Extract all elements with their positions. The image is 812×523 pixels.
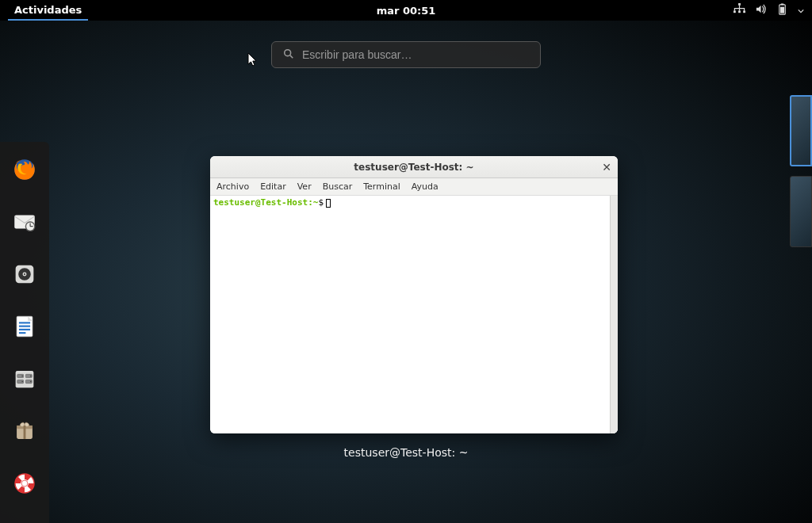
chevron-down-icon[interactable] bbox=[798, 5, 804, 17]
prompt-symbol: $ bbox=[318, 197, 324, 208]
battery-icon[interactable] bbox=[776, 3, 788, 17]
svg-point-18 bbox=[24, 273, 25, 275]
menu-bar: Archivo Editar Ver Buscar Terminal Ayuda bbox=[210, 178, 618, 196]
svg-point-7 bbox=[285, 49, 291, 55]
window-caption: testuser@Test-Host: ~ bbox=[344, 446, 469, 459]
mouse-cursor bbox=[247, 52, 259, 71]
terminal-window[interactable]: testuser@Test-Host: ~ ✕ Archivo Editar V… bbox=[210, 156, 618, 433]
terminal-body[interactable]: testuser@Test-Host:~$ bbox=[210, 196, 618, 433]
menu-archivo[interactable]: Archivo bbox=[216, 181, 249, 192]
prompt-user: testuser@Test-Host bbox=[213, 197, 308, 208]
workspace-thumb-1[interactable] bbox=[790, 95, 812, 166]
volume-icon[interactable] bbox=[755, 3, 767, 17]
dock-software[interactable] bbox=[8, 414, 41, 448]
svg-rect-0 bbox=[738, 3, 741, 6]
dock bbox=[0, 142, 49, 523]
workspace-thumb-2[interactable] bbox=[790, 176, 812, 247]
svg-rect-22 bbox=[19, 329, 30, 330]
svg-point-30 bbox=[30, 376, 31, 376]
network-icon[interactable] bbox=[733, 3, 745, 17]
system-tray[interactable] bbox=[733, 3, 804, 17]
svg-rect-34 bbox=[24, 426, 26, 439]
svg-rect-6 bbox=[780, 7, 784, 13]
menu-ver[interactable]: Ver bbox=[297, 181, 312, 192]
workspace-switcher bbox=[790, 95, 812, 247]
svg-point-29 bbox=[21, 376, 22, 376]
clock[interactable]: mar 00:51 bbox=[377, 5, 436, 17]
svg-rect-5 bbox=[781, 3, 784, 5]
menu-ayuda[interactable]: Ayuda bbox=[412, 181, 439, 192]
search-input[interactable] bbox=[302, 48, 529, 61]
dock-help[interactable] bbox=[8, 467, 41, 500]
dock-terminal[interactable] bbox=[8, 519, 41, 523]
svg-point-36 bbox=[21, 480, 28, 487]
svg-line-8 bbox=[290, 55, 293, 57]
dock-firefox[interactable] bbox=[8, 153, 41, 186]
terminal-scrollbar[interactable] bbox=[610, 196, 618, 433]
activities-button[interactable]: Actividades bbox=[8, 1, 88, 21]
dock-rhythmbox[interactable] bbox=[8, 258, 41, 291]
search-icon bbox=[283, 48, 294, 63]
window-titlebar[interactable]: testuser@Test-Host: ~ ✕ bbox=[210, 156, 618, 178]
dock-evolution[interactable] bbox=[8, 205, 41, 239]
menu-editar[interactable]: Editar bbox=[260, 181, 286, 192]
dock-libreoffice-writer[interactable] bbox=[8, 310, 41, 343]
svg-rect-23 bbox=[19, 332, 25, 334]
prompt-sep: : bbox=[308, 197, 313, 208]
svg-rect-3 bbox=[743, 10, 745, 13]
svg-point-31 bbox=[21, 381, 22, 382]
window-title: testuser@Test-Host: ~ bbox=[354, 162, 473, 173]
svg-rect-20 bbox=[19, 322, 30, 323]
svg-point-32 bbox=[30, 381, 31, 382]
dock-files[interactable] bbox=[8, 362, 41, 395]
menu-terminal[interactable]: Terminal bbox=[363, 181, 400, 192]
top-bar: Actividades mar 00:51 bbox=[0, 0, 812, 21]
search-bar[interactable] bbox=[271, 41, 541, 68]
svg-rect-24 bbox=[16, 371, 34, 387]
close-button[interactable]: ✕ bbox=[602, 162, 611, 173]
svg-rect-2 bbox=[738, 10, 741, 13]
svg-rect-1 bbox=[733, 10, 736, 13]
menu-buscar[interactable]: Buscar bbox=[323, 181, 353, 192]
svg-rect-21 bbox=[19, 326, 30, 327]
terminal-cursor bbox=[326, 199, 331, 208]
